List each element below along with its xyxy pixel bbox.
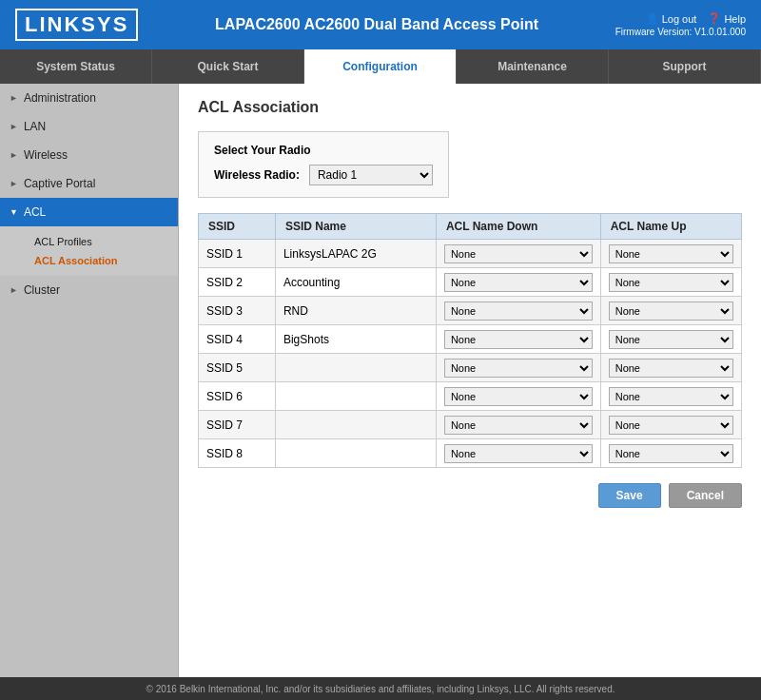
- ssid-name-cell: [275, 382, 436, 411]
- acl-up-cell: None: [600, 354, 741, 382]
- acl-up-select[interactable]: None: [609, 416, 733, 435]
- acl-up-select[interactable]: None: [609, 359, 733, 378]
- sidebar-item-acl-profiles[interactable]: ACL Profiles: [27, 232, 178, 251]
- col-acl-up: ACL Name Up: [600, 214, 741, 240]
- select-radio-row: Wireless Radio: Radio 1 Radio 2: [214, 165, 433, 185]
- ssid-name-cell: Accounting: [275, 268, 436, 297]
- acl-down-select[interactable]: None: [444, 273, 593, 292]
- acl-down-select[interactable]: None: [444, 416, 593, 435]
- tab-system-status[interactable]: System Status: [0, 49, 152, 84]
- tab-configuration[interactable]: Configuration: [304, 49, 457, 84]
- select-radio-section: Select Your Radio Wireless Radio: Radio …: [198, 131, 449, 198]
- acl-up-select[interactable]: None: [609, 244, 733, 263]
- ssid-cell: SSID 3: [199, 297, 276, 325]
- main: ► Administration ► LAN ► Wireless ► Capt…: [0, 84, 761, 677]
- acl-up-cell: None: [600, 382, 741, 411]
- save-button[interactable]: Save: [598, 483, 661, 508]
- table-row: SSID 3RNDNoneNone: [199, 297, 742, 325]
- sidebar-item-acl-association[interactable]: ACL Association: [27, 251, 178, 270]
- help-button[interactable]: ❓ Help: [708, 12, 746, 25]
- acl-up-cell: None: [600, 240, 741, 268]
- wireless-radio-select[interactable]: Radio 1 Radio 2: [309, 165, 433, 185]
- acl-down-cell: None: [436, 382, 600, 411]
- acl-down-cell: None: [436, 411, 600, 439]
- user-icon: 👤: [646, 12, 659, 25]
- arrow-down-icon: ▼: [10, 207, 18, 217]
- footer-text: © 2016 Belkin International, Inc. and/or…: [146, 684, 615, 694]
- arrow-icon: ►: [10, 93, 18, 103]
- acl-up-select[interactable]: None: [609, 387, 733, 406]
- table-row: SSID 6NoneNone: [199, 382, 742, 411]
- ssid-cell: SSID 6: [199, 382, 276, 411]
- footer: © 2016 Belkin International, Inc. and/or…: [0, 677, 761, 700]
- acl-up-select[interactable]: None: [609, 444, 733, 463]
- logout-button[interactable]: 👤 Log out: [646, 12, 697, 25]
- acl-down-select[interactable]: None: [444, 301, 593, 321]
- acl-up-cell: None: [600, 297, 741, 325]
- table-row: SSID 7NoneNone: [199, 411, 742, 439]
- acl-up-cell: None: [600, 411, 741, 439]
- logo: LINKSYS: [15, 9, 138, 41]
- acl-table: SSID SSID Name ACL Name Down ACL Name Up…: [198, 213, 742, 468]
- acl-down-select[interactable]: None: [444, 444, 593, 463]
- table-row: SSID 2AccountingNoneNone: [199, 268, 742, 297]
- table-row: SSID 1LinksysLAPAC 2GNoneNone: [199, 240, 742, 268]
- sidebar-item-acl[interactable]: ▼ ACL: [0, 198, 178, 226]
- ssid-cell: SSID 4: [199, 325, 276, 354]
- ssid-name-cell: LinksysLAPAC 2G: [275, 240, 436, 268]
- col-ssid: SSID: [199, 214, 276, 240]
- col-acl-down: ACL Name Down: [436, 214, 600, 240]
- acl-down-cell: None: [436, 297, 600, 325]
- sidebar-item-wireless[interactable]: ► Wireless: [0, 141, 178, 169]
- ssid-name-cell: [275, 411, 436, 439]
- acl-down-cell: None: [436, 240, 600, 268]
- acl-down-select[interactable]: None: [444, 244, 593, 263]
- cancel-button[interactable]: Cancel: [669, 483, 742, 508]
- help-icon: ❓: [708, 12, 721, 25]
- wireless-radio-label: Wireless Radio:: [214, 168, 300, 182]
- acl-down-select[interactable]: None: [444, 387, 593, 406]
- acl-up-select[interactable]: None: [609, 301, 733, 321]
- header-title: LAPAC2600 AC2600 Dual Band Access Point: [138, 16, 615, 33]
- button-row: Save Cancel: [198, 483, 742, 508]
- acl-down-cell: None: [436, 439, 600, 468]
- acl-down-select[interactable]: None: [444, 359, 593, 378]
- acl-down-cell: None: [436, 325, 600, 354]
- arrow-icon: ►: [10, 150, 18, 160]
- acl-down-cell: None: [436, 268, 600, 297]
- sidebar-acl-submenu: ACL Profiles ACL Association: [0, 226, 178, 276]
- ssid-name-cell: RND: [275, 297, 436, 325]
- acl-up-cell: None: [600, 268, 741, 297]
- arrow-icon: ►: [10, 122, 18, 131]
- ssid-cell: SSID 1: [199, 240, 276, 268]
- ssid-name-cell: BigShots: [275, 325, 436, 354]
- ssid-cell: SSID 8: [199, 439, 276, 468]
- ssid-cell: SSID 5: [199, 354, 276, 382]
- header: LINKSYS LAPAC2600 AC2600 Dual Band Acces…: [0, 0, 761, 49]
- arrow-icon: ►: [10, 285, 18, 295]
- sidebar-item-captive-portal[interactable]: ► Captive Portal: [0, 169, 178, 198]
- firmware-version: Firmware Version: V1.0.01.000: [615, 27, 746, 37]
- ssid-name-cell: [275, 439, 436, 468]
- ssid-cell: SSID 7: [199, 411, 276, 439]
- nav-tabs: System Status Quick Start Configuration …: [0, 49, 761, 84]
- table-row: SSID 5NoneNone: [199, 354, 742, 382]
- header-right: 👤 Log out ❓ Help Firmware Version: V1.0.…: [615, 12, 746, 37]
- arrow-icon: ►: [10, 179, 18, 188]
- header-links: 👤 Log out ❓ Help: [646, 12, 746, 25]
- acl-up-cell: None: [600, 439, 741, 468]
- sidebar-item-cluster[interactable]: ► Cluster: [0, 276, 178, 304]
- col-ssid-name: SSID Name: [275, 214, 436, 240]
- table-row: SSID 4BigShotsNoneNone: [199, 325, 742, 354]
- select-radio-title: Select Your Radio: [214, 144, 433, 157]
- acl-down-cell: None: [436, 354, 600, 382]
- sidebar-item-lan[interactable]: ► LAN: [0, 112, 178, 141]
- tab-quick-start[interactable]: Quick Start: [152, 49, 304, 84]
- tab-support[interactable]: Support: [609, 49, 761, 84]
- acl-up-select[interactable]: None: [609, 273, 733, 292]
- content: ACL Association Select Your Radio Wirele…: [179, 84, 761, 677]
- acl-up-select[interactable]: None: [609, 330, 733, 349]
- acl-down-select[interactable]: None: [444, 330, 593, 349]
- sidebar-item-administration[interactable]: ► Administration: [0, 84, 178, 112]
- tab-maintenance[interactable]: Maintenance: [457, 49, 609, 84]
